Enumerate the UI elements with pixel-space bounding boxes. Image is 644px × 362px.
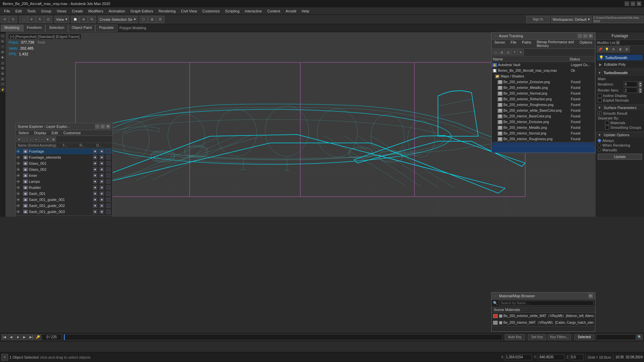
ap-tb-1[interactable]: ⬡ bbox=[492, 49, 498, 55]
smooth-result-checkbox[interactable] bbox=[598, 111, 602, 115]
play-next-btn[interactable]: ▶| bbox=[28, 334, 34, 340]
ap-menu-options[interactable]: Options bbox=[577, 40, 595, 48]
scale-btn[interactable]: ⊡ bbox=[44, 16, 52, 23]
auto-key-btn[interactable]: Auto Key bbox=[505, 334, 525, 340]
scene-explorer-list[interactable]: 👁 ▣ Fuselage ▣ ▣ 👁 ▣ Fuselage_elements ▣… bbox=[16, 148, 112, 215]
menu-interactive[interactable]: Interactive bbox=[242, 8, 265, 14]
turbosmooth-modifier-item[interactable]: 💡 TurboSmooth bbox=[597, 55, 643, 60]
ap-menu-file[interactable]: File bbox=[508, 40, 519, 48]
scene-explorer-row-3[interactable]: 👁 ▣ Glass_002 ▣ ▣ bbox=[16, 166, 112, 172]
ap-tb-3[interactable]: ⊡ bbox=[505, 49, 511, 55]
angle-snap-btn[interactable]: ⊕ bbox=[80, 16, 88, 23]
rotate-btn[interactable]: ↻ bbox=[36, 16, 44, 23]
scene-explorer-row-0[interactable]: 👁 ▣ Fuselage ▣ ▣ bbox=[16, 148, 112, 154]
menu-rendering[interactable]: Rendering bbox=[156, 8, 179, 14]
layer-btn[interactable]: ☰ bbox=[156, 16, 164, 23]
se-eye-8[interactable]: 👁 bbox=[16, 198, 20, 201]
ap-close-btn[interactable]: ✕ bbox=[588, 34, 593, 38]
se-maximize-btn[interactable]: □ bbox=[100, 124, 105, 129]
se-menu-edit[interactable]: Edit bbox=[49, 130, 61, 136]
se-menu-display[interactable]: Display bbox=[32, 130, 49, 136]
mat-close-btn[interactable]: ✕ bbox=[588, 294, 593, 298]
exploit-normals-checkbox[interactable] bbox=[598, 98, 602, 102]
menu-customize[interactable]: Customize bbox=[200, 8, 222, 14]
asset-row-9[interactable]: 🖼 Be_200_interior_BaseColor.png Found bbox=[492, 113, 595, 119]
ap-tb-4[interactable]: ? bbox=[511, 49, 517, 55]
asset-row-7[interactable]: 🖼 Be_200_exterior_Roughness.png Found bbox=[492, 102, 595, 108]
ls-icon-7[interactable]: ⊕ bbox=[0, 66, 5, 70]
mat-search-input[interactable] bbox=[499, 301, 594, 306]
se-tb-7[interactable]: ⊞ bbox=[51, 137, 56, 142]
play-btn[interactable]: ▶ bbox=[21, 334, 28, 340]
isoline-display-checkbox[interactable] bbox=[598, 94, 602, 98]
asset-row-13[interactable]: 🖼 Be_200_interior_Roughness.png Found bbox=[492, 136, 595, 142]
menu-group[interactable]: Group bbox=[38, 8, 54, 14]
scene-explorer-row-5[interactable]: 👁 ▣ Lamps ▣ ▣ bbox=[16, 178, 112, 185]
se-minimize-btn[interactable]: − bbox=[95, 124, 100, 129]
key-filters-btn[interactable]: Key Filters... bbox=[548, 334, 571, 340]
iterations-down[interactable]: ▼ bbox=[639, 84, 642, 87]
ls-icon-1[interactable]: ⬡ bbox=[0, 34, 5, 38]
tab-selection[interactable]: Selection bbox=[45, 24, 68, 32]
close-btn[interactable]: ✕ bbox=[637, 1, 641, 6]
se-eye-1[interactable]: 👁 bbox=[16, 156, 20, 159]
asset-row-12[interactable]: 🖼 Be_200_interior_Normal.png Found bbox=[492, 131, 595, 136]
frame-counter[interactable]: 0 / 225 bbox=[42, 334, 62, 340]
menu-edit[interactable]: Edit bbox=[13, 8, 24, 14]
modifier-list-dropdown[interactable]: ▾ bbox=[616, 41, 620, 45]
align-btn[interactable]: ⊞ bbox=[148, 16, 156, 23]
se-eye-5[interactable]: 👁 bbox=[16, 180, 20, 183]
asset-row-3[interactable]: 🖼 Be_200_exterior_Emissive.png Found bbox=[492, 79, 595, 85]
scene-explorer-row-4[interactable]: 👁 ▣ Inner ▣ ▣ bbox=[16, 172, 112, 178]
se-eye-4[interactable]: 👁 bbox=[16, 174, 20, 177]
se-eye-9[interactable]: 👁 bbox=[16, 204, 20, 207]
se-eye-2[interactable]: 👁 bbox=[16, 162, 20, 165]
asset-list[interactable]: 🔒 Autodesk Vault Logged Ou... 📄 Beriev_B… bbox=[492, 62, 595, 142]
mirror-btn[interactable]: ⬡ bbox=[140, 16, 148, 23]
create-selection-btn[interactable]: Create Selection Se▾ bbox=[98, 16, 138, 23]
snap-btn[interactable]: 🔲 bbox=[71, 16, 79, 23]
asset-input-bar[interactable] bbox=[492, 146, 595, 153]
z-input[interactable]: 0.0 bbox=[570, 354, 584, 360]
ap-tb-5[interactable]: ✎ bbox=[518, 49, 524, 55]
ap-minimize-btn[interactable]: − bbox=[578, 34, 582, 38]
ls-icon-3[interactable]: ↕ bbox=[0, 44, 5, 49]
se-eye-6[interactable]: 👁 bbox=[16, 186, 20, 189]
mat-row-1[interactable]: Be_200_interior_MAT（VRayMtl）[Cabin, Carg… bbox=[492, 319, 595, 326]
stop-btn[interactable]: ■ bbox=[15, 334, 21, 340]
percent-snap-btn[interactable]: % bbox=[88, 16, 96, 23]
ls-icon-8[interactable]: ⊗ bbox=[0, 71, 5, 76]
menu-content[interactable]: Content bbox=[264, 8, 283, 14]
asset-row-1[interactable]: 📄 Beriev_Be_200_Aircraft_max_vray.max Ok bbox=[492, 68, 595, 73]
frame-prev-btn[interactable]: |◀ bbox=[1, 334, 7, 340]
mat-list[interactable]: Be_200_exterior_white_MAT（VRayMtl）[Ailer… bbox=[492, 313, 595, 326]
rp-icon-delete[interactable]: 🗑 bbox=[617, 46, 623, 52]
workspaces-dropdown[interactable]: Workspaces: Default▾ bbox=[551, 16, 592, 23]
iterations-input[interactable]: 0 bbox=[624, 82, 637, 87]
se-eye-10[interactable]: 👁 bbox=[16, 210, 20, 213]
manually-radio[interactable] bbox=[598, 148, 601, 152]
frame-slider[interactable] bbox=[64, 334, 503, 340]
maximize-btn[interactable]: □ bbox=[631, 1, 635, 6]
y-input[interactable]: -940.8535 bbox=[538, 354, 564, 360]
ap-maximize-btn[interactable]: □ bbox=[583, 34, 588, 38]
menu-tools[interactable]: Tools bbox=[24, 8, 39, 14]
ls-icon-10[interactable]: ⬭ bbox=[0, 82, 5, 87]
when-rendering-radio[interactable] bbox=[598, 144, 601, 147]
sign-in-btn[interactable]: Sign In bbox=[526, 16, 550, 23]
se-tb-3[interactable]: ↕ bbox=[28, 137, 33, 142]
x-input[interactable]: 1,359.0154 bbox=[505, 354, 532, 360]
asset-row-8[interactable]: 🖼 Be_200_exterior_white_BaseColor.png Fo… bbox=[492, 108, 595, 113]
menu-animation[interactable]: Animation bbox=[106, 8, 128, 14]
scene-explorer-row-7[interactable]: 👁 ▣ Sash_001 ▣ ▣ bbox=[16, 191, 112, 197]
move-btn[interactable]: ✛ bbox=[28, 16, 36, 23]
se-tb-5[interactable]: − bbox=[39, 137, 45, 142]
reference-dropdown[interactable]: View▾ bbox=[54, 16, 69, 23]
scene-explorer-row-10[interactable]: 👁 ▣ Sash_001_guide_003 ▣ ▣ bbox=[16, 209, 112, 215]
se-eye-0[interactable]: 👁 bbox=[16, 150, 20, 153]
ls-icon-4[interactable]: ⊛ bbox=[0, 50, 5, 54]
se-tb-4[interactable]: + bbox=[34, 137, 39, 142]
update-btn[interactable]: Update bbox=[598, 154, 642, 160]
ap-menu-server[interactable]: Server bbox=[492, 40, 508, 48]
undo-btn[interactable]: ↺ bbox=[1, 16, 9, 23]
